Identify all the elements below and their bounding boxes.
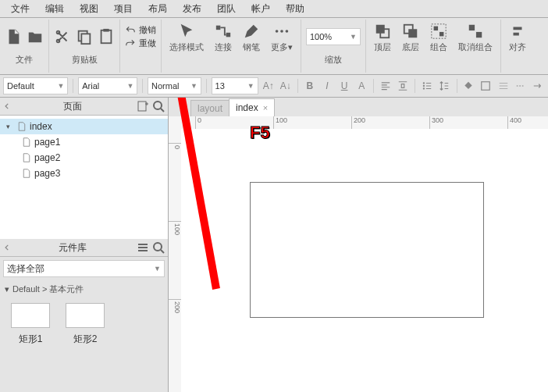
toolbar-clipboard-group: 剪贴板 [49,20,120,73]
ungroup-button[interactable]: 取消组合 [455,21,496,55]
font-select[interactable]: Arial▼ [78,77,137,94]
group-icon [430,23,447,40]
fontsize-select[interactable]: 13▼ [212,77,258,94]
tab-ghost[interactable]: layout [190,100,230,116]
italic-button[interactable]: I [320,77,334,94]
svg-rect-5 [226,33,231,37]
svg-rect-17 [476,32,482,37]
chevron-left-icon[interactable] [3,102,11,110]
page-icon [17,122,27,131]
fontsize-up-button[interactable]: A↑ [262,77,276,94]
valign-button[interactable] [396,77,410,94]
add-page-icon[interactable] [137,100,149,112]
workspace: 页面 ▾index page1 page2 page3 元件库 选择全部▼ ▾D… [0,98,548,392]
toolbar-align-group: 对齐 [501,20,534,73]
zoom-input[interactable]: 100%▼ [306,28,361,45]
fontsize-down-button[interactable]: A↓ [279,77,293,94]
library-panel-header: 元件库 [0,239,168,257]
chevron-left-icon[interactable] [3,244,11,251]
undo-button[interactable]: 撤销 [125,24,156,36]
group-button[interactable]: 组合 [427,21,450,55]
svg-rect-15 [439,32,444,36]
arrow-button[interactable] [531,77,545,94]
fill-button[interactable] [461,77,475,94]
tab-index[interactable]: index× [229,98,275,116]
underline-button[interactable]: U [337,77,351,94]
main-toolbar: 文件 剪贴板 撤销 重做 选择模式 连接 钢笔 更多▾ 100%▼ 缩放 顶层 … [0,18,548,75]
menu-layout[interactable]: 布局 [141,1,175,17]
linewidth-button[interactable] [496,77,511,94]
page-item-index[interactable]: ▾index [0,119,168,134]
bullet-button[interactable] [420,77,434,94]
menu-help[interactable]: 帮助 [278,1,312,17]
toolbar-clipboard-label: 剪贴板 [72,54,98,66]
svg-rect-1 [81,34,90,44]
copy-icon[interactable] [76,28,93,45]
widget-rect1[interactable]: 矩形1 [11,303,50,346]
ruler-tick: 100 [273,116,287,129]
pen-button[interactable]: 钢笔 [240,21,263,55]
svg-point-24 [154,243,162,251]
menu-publish[interactable]: 发布 [175,1,209,17]
chevron-down-icon: ▼ [154,265,161,273]
chevron-down-icon: ▼ [350,33,357,41]
menu-file[interactable]: 文件 [3,1,37,17]
open-file-icon[interactable] [27,28,44,45]
send-back-button[interactable]: 底层 [399,21,422,55]
chevron-down-icon: ▼ [247,82,254,90]
svg-point-7 [280,30,283,33]
bring-front-button[interactable]: 顶层 [371,21,394,55]
menu-view[interactable]: 视图 [72,1,106,17]
menu-project[interactable]: 项目 [106,1,141,17]
menu-account[interactable]: 帐户 [244,1,278,17]
widget-rect2[interactable]: 矩形2 [66,303,105,346]
linestyle-button[interactable] [514,77,528,94]
search-icon[interactable] [152,100,165,112]
canvas-rectangle[interactable] [250,182,484,318]
back-icon [402,23,419,40]
svg-point-19 [423,85,425,87]
page-item-page1[interactable]: page1 [0,134,168,150]
ruler-horizontal: 0 100 200 300 400 [181,116,548,130]
canvas[interactable]: F5 [181,129,548,392]
svg-point-20 [423,87,425,89]
border-button[interactable] [479,77,493,94]
annotation-text: F5 [250,123,270,143]
bold-button[interactable]: B [303,77,317,94]
lineheight-button[interactable] [437,77,451,94]
svg-rect-4 [216,26,221,30]
ruler-tick: 200 [169,299,181,313]
close-icon[interactable]: × [263,103,268,112]
library-category[interactable]: ▾Default > 基本元件 [0,280,168,298]
textcolor-button[interactable]: A [354,77,368,94]
svg-rect-21 [482,82,490,91]
toolbar-zoom-group: 100%▼ 缩放 [301,20,366,73]
select-mode-button[interactable]: 选择模式 [166,21,207,55]
toolbar-history-group: 撤销 重做 [120,20,162,73]
cut-icon[interactable] [54,28,71,45]
canvas-area: layout index× 0 100 200 300 400 0 100 20… [169,98,548,392]
more-tools-button[interactable]: 更多▾ [268,21,296,55]
svg-rect-3 [103,29,109,32]
menu-team[interactable]: 团队 [209,1,244,17]
chevron-down-icon: ▼ [126,82,133,90]
library-selector[interactable]: 选择全部▼ [3,260,165,277]
paste-icon[interactable] [98,28,115,45]
search-icon[interactable] [152,241,165,254]
redo-button[interactable]: 重做 [125,37,156,49]
new-file-icon[interactable] [5,28,22,45]
align-button[interactable]: 对齐 [506,21,529,55]
connect-button[interactable]: 连接 [212,21,235,55]
align-left-button[interactable] [379,77,393,94]
page-item-page3[interactable]: page3 [0,166,168,181]
collapse-icon[interactable]: ▾ [6,123,14,130]
page-item-page2[interactable]: page2 [0,150,168,166]
svg-point-18 [423,82,425,84]
toolbar-zoom-label: 缩放 [325,54,342,66]
ruler-vertical: 0 100 200 [169,129,182,392]
menu-edit[interactable]: 编辑 [37,1,72,17]
align-icon [509,23,526,40]
weight-select[interactable]: Normal▼ [148,77,201,94]
style-select[interactable]: Default▼ [3,77,68,94]
menu-icon[interactable] [137,241,149,254]
